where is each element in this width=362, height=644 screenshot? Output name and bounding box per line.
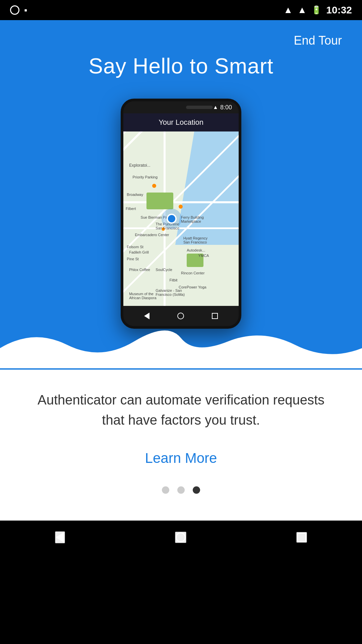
map-label-ymca: YMCA	[198, 254, 209, 258]
battery-icon: 🔋	[311, 5, 321, 15]
phone-app-title: Your Location	[159, 118, 203, 126]
map-label-pine: Pine St	[127, 257, 138, 261]
phone-home-button	[177, 313, 184, 319]
location-pin	[162, 209, 182, 229]
map-street-3	[123, 201, 239, 203]
map-label-rincon: Rincon Center	[181, 271, 204, 275]
wifi-icon: ▲	[284, 5, 293, 15]
status-left-icons: ▪	[10, 5, 27, 15]
clock: 10:32	[326, 4, 352, 16]
map-label-fadileh: Fadileh Grill	[129, 250, 149, 254]
phone-bottom-nav	[123, 306, 239, 326]
circle-status-icon	[10, 5, 19, 15]
phone-top-bar: ▲ 8:00	[123, 101, 239, 113]
map-label-autodesk: Autodesk...	[187, 248, 205, 252]
phone-app-bar: Your Location	[123, 113, 239, 131]
map-background: Exploratoi... Priority Parking Broadway …	[123, 131, 239, 306]
page-heading: Say Hello to Smart	[0, 54, 362, 78]
map-poi-1	[152, 184, 156, 188]
description-text: Authenticator can automate verification …	[27, 390, 335, 430]
map-label-explorat: Exploratoi...	[129, 163, 150, 168]
map-label-filbert: Filbert	[126, 207, 136, 211]
phone-back-button	[144, 313, 149, 319]
phone-container: ▲ 8:00 Your Location	[0, 99, 362, 329]
location-dot-inner	[167, 214, 177, 224]
map-label-museum: Museum of theAfrican Diaspora	[129, 292, 156, 300]
map-label-fitbit: Fitbit	[170, 278, 178, 282]
pagination-dot-2[interactable]	[177, 486, 185, 494]
android-back-button[interactable]	[55, 531, 65, 543]
map-label-embarcadero: Embarcadero Center	[135, 233, 169, 237]
status-right-icons: ▲ ▲ 🔋 10:32	[284, 4, 352, 16]
back-triangle-icon	[56, 532, 64, 543]
phone-mockup: ▲ 8:00 Your Location	[121, 99, 241, 329]
phone-recent-button	[212, 313, 218, 319]
location-dot-outer	[162, 209, 182, 229]
recent-square-icon	[297, 533, 306, 542]
map-label-priority: Priority Parking	[133, 175, 158, 179]
map-label-phlox: Phlox Coffee	[129, 268, 150, 272]
map-label-ferry: Ferry BuildingMarketplace	[181, 215, 204, 223]
home-circle-icon	[176, 532, 186, 542]
map-park-1	[146, 193, 173, 209]
pagination-dots	[27, 486, 335, 494]
map-label-galvanize: Galvanize - SanFrancisco (SoMa)	[156, 288, 185, 297]
status-bar: ▪ ▲ ▲ 🔋 10:32	[0, 0, 362, 20]
android-nav-bar	[0, 521, 362, 554]
learn-more-button[interactable]: Learn More	[27, 450, 335, 466]
pagination-dot-3[interactable]	[193, 486, 200, 494]
pagination-dot-1[interactable]	[162, 486, 169, 494]
wave-divider	[0, 328, 362, 368]
white-section: Authenticator can automate verification …	[0, 370, 362, 521]
sd-card-icon: ▪	[24, 5, 27, 15]
android-home-button[interactable]	[175, 532, 186, 543]
phone-map: Exploratoi... Priority Parking Broadway …	[123, 131, 239, 306]
map-label-hyatt: Hyatt RegencySan Francisco	[183, 236, 207, 244]
phone-signal-icon: ▲	[213, 104, 218, 110]
android-recent-button[interactable]	[296, 532, 307, 543]
phone-status: ▲ 8:00	[213, 104, 232, 111]
end-tour-button[interactable]: End Tour	[294, 34, 342, 48]
signal-icon: ▲	[298, 5, 307, 15]
map-label-soulcycle: SoulCycle	[156, 268, 172, 272]
phone-speaker	[186, 106, 213, 109]
map-label-folsom: Folsom St	[127, 245, 143, 249]
map-label-broadway: Broadway	[127, 193, 143, 197]
blue-section: End Tour Say Hello to Smart ▲ 8:00 Your …	[0, 20, 362, 370]
phone-time: 8:00	[220, 104, 232, 111]
